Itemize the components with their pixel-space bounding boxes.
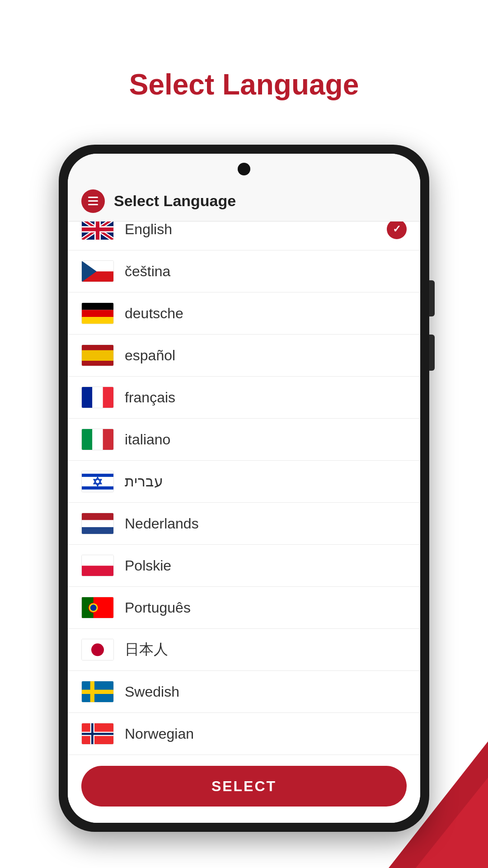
svg-rect-33 [82,690,113,694]
language-item-swedish[interactable]: Swedish [68,671,420,713]
header-title: Select Language [114,192,236,210]
svg-rect-10 [92,387,103,408]
language-name-hebrew: עברית [125,473,407,490]
svg-rect-8 [82,350,113,361]
language-item-norwegian[interactable]: Norwegian [68,713,420,755]
page-title-area: Select Language [0,68,488,101]
menu-button[interactable] [81,189,105,213]
svg-rect-4 [82,303,113,310]
flag-english [81,222,114,240]
menu-line-2 [88,200,98,202]
flag-cestina [81,260,114,282]
svg-rect-13 [92,429,103,450]
flag-italiano [81,429,114,450]
phone-side-button2 [429,335,435,371]
svg-rect-11 [103,387,113,408]
language-name-francais: français [125,389,407,406]
bottom-area: SELECT [68,755,420,823]
svg-point-30 [91,643,104,656]
language-name-nederlands: Nederlands [125,515,407,532]
language-name-italiano: italiano [125,431,407,448]
language-item-deutsche[interactable]: deutsche [68,292,420,335]
language-item-cestina[interactable]: čeština [68,250,420,292]
flag-norwegian [81,723,114,745]
language-item-english[interactable]: English✓ [68,222,420,250]
phone-side-button [429,280,435,316]
language-item-polskie[interactable]: Polskie [68,545,420,587]
language-name-cestina: čeština [125,263,407,280]
language-name-portugues: Português [125,599,407,616]
language-name-deutsche: deutsche [125,305,407,322]
menu-icon [88,197,98,205]
flag-polskie [81,555,114,576]
flag-japanese [81,639,114,660]
check-icon-english: ✓ [387,222,407,239]
language-item-francais[interactable]: français [68,377,420,419]
svg-rect-22 [82,527,113,534]
language-name-swedish: Swedish [125,684,407,700]
svg-rect-5 [82,310,113,317]
language-name-english: English [125,222,387,238]
select-button[interactable]: SELECT [81,766,407,807]
language-item-hebrew[interactable]: עברית [68,461,420,503]
phone-frame: Select Language English✓ čeština [59,145,429,832]
svg-rect-20 [82,513,113,520]
language-name-polskie: Polskie [125,557,407,574]
language-name-espanol: español [125,347,407,364]
app-header: Select Language [68,181,420,222]
phone-screen: Select Language English✓ čeština [68,154,420,823]
menu-line-3 [88,204,98,205]
svg-rect-6 [82,317,113,324]
language-item-italiano[interactable]: italiano [68,419,420,461]
svg-rect-23 [82,555,113,566]
svg-point-28 [90,604,97,611]
language-name-norwegian: Norwegian [125,726,407,742]
svg-rect-12 [82,429,92,450]
flag-swedish [81,681,114,703]
language-list[interactable]: English✓ čeština deutsche español frança… [68,222,420,755]
flag-deutsche [81,302,114,324]
menu-line-1 [88,197,98,198]
svg-rect-21 [82,520,113,528]
svg-rect-24 [82,566,113,576]
flag-portugues [81,597,114,618]
svg-rect-38 [82,733,113,735]
language-name-japanese: 日本人 [125,640,407,660]
page-title: Select Language [0,68,488,101]
language-item-nederlands[interactable]: Nederlands [68,503,420,545]
language-item-espanol[interactable]: español [68,335,420,377]
check-mark: ✓ [393,223,401,235]
flag-francais [81,387,114,408]
language-item-japanese[interactable]: 日本人 [68,629,420,671]
camera-notch [238,163,250,175]
svg-rect-9 [82,387,92,408]
flag-espanol [81,344,114,366]
flag-hebrew [81,471,114,492]
svg-rect-14 [103,429,113,450]
flag-nederlands [81,513,114,534]
language-item-portugues[interactable]: Português [68,587,420,629]
